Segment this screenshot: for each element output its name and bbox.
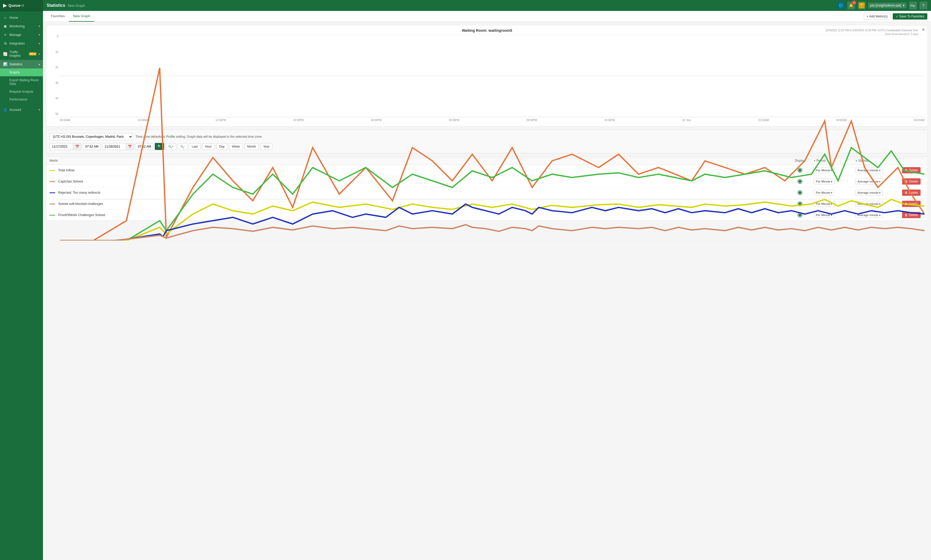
sidebar-item-manage[interactable]: ≡ Manage ▾ bbox=[0, 31, 43, 39]
sidebar-item-label: Statistics bbox=[9, 63, 22, 66]
sidebar-item-label: Manage bbox=[9, 33, 21, 37]
x-label: 06:00PM bbox=[449, 119, 459, 122]
new-badge: NEW bbox=[29, 52, 37, 55]
chevron-down-icon: ▾ bbox=[39, 108, 40, 111]
sidebar-subitem-export[interactable]: Export Waiting Room Data bbox=[0, 76, 43, 88]
chevron-down-icon: ▾ bbox=[39, 33, 40, 36]
home-icon: ⌂ bbox=[3, 15, 7, 20]
username-label: pat (insightsdemo-pat) bbox=[870, 4, 901, 7]
chart-svg bbox=[60, 35, 925, 240]
y-label-5k: 5k bbox=[55, 112, 59, 115]
add-metric-button[interactable]: + Add Metric(s) bbox=[864, 13, 891, 20]
sidebar: ▶ Queue-it ⌂ Home ▣ Monitoring ▾ ≡ Manag… bbox=[0, 0, 43, 560]
color-indicator bbox=[49, 181, 55, 182]
app-logo[interactable]: ▶ Queue-it bbox=[0, 0, 43, 11]
content: Favorites New Graph + Add Metric(s) ✓ Sa… bbox=[43, 11, 931, 560]
sidebar-item-label: Home bbox=[9, 16, 18, 20]
help-button[interactable]: ? bbox=[920, 2, 927, 9]
chart-container: 5k 4k 3k 2k 1k 0 bbox=[49, 35, 925, 123]
sidebar-item-label: Account bbox=[9, 108, 21, 112]
sidebar-item-statistics[interactable]: 📊 Statistics ▴ bbox=[0, 60, 43, 68]
x-label: 02:00AM bbox=[758, 119, 769, 122]
logo-text: Queue-it bbox=[9, 3, 25, 8]
sub-item-label: Graphs bbox=[9, 71, 20, 74]
sidebar-item-label: Traffic Insights bbox=[9, 50, 27, 57]
color-indicator bbox=[49, 170, 55, 171]
sidebar-item-account[interactable]: 👤 Account ▾ bbox=[0, 105, 43, 114]
x-label: 08:00AM bbox=[60, 119, 70, 122]
sidebar-subitem-analysis[interactable]: Request Analysis bbox=[0, 88, 43, 95]
page-title: Statistics bbox=[46, 3, 65, 8]
globe-icon: 🌐 bbox=[838, 3, 843, 8]
manage-icon: ≡ bbox=[3, 33, 7, 37]
user-avatar: 👷 bbox=[859, 3, 865, 8]
integration-icon: ⧉ bbox=[3, 42, 7, 46]
user-menu[interactable]: pat (insightsdemo-pat) ▾ bbox=[868, 3, 906, 8]
sidebar-item-integration[interactable]: ⧉ Integration ▾ bbox=[0, 39, 43, 48]
sidebar-item-traffic[interactable]: 📈 Traffic Insights NEW ▾ bbox=[0, 48, 43, 60]
tab-new-graph[interactable]: New Graph bbox=[69, 11, 94, 22]
sidebar-item-label: Integration bbox=[9, 42, 25, 45]
y-label-4k: 4k bbox=[55, 97, 59, 100]
color-indicator bbox=[49, 192, 55, 193]
chart-title: Waiting Room: waitingroom5 bbox=[462, 28, 512, 32]
y-label-3k: 3k bbox=[55, 81, 59, 85]
tab-favorites[interactable]: Favorites bbox=[46, 11, 69, 22]
sidebar-item-label: Monitoring bbox=[9, 25, 25, 28]
color-indicator bbox=[49, 215, 55, 215]
x-label: 02:00PM bbox=[293, 119, 304, 122]
traffic-icon: 📈 bbox=[3, 52, 7, 56]
sidebar-subitem-graphs[interactable]: Graphs bbox=[0, 68, 43, 76]
x-label: 06:00AM bbox=[914, 119, 925, 122]
y-label-0: 0 bbox=[57, 35, 59, 38]
notification-count: 11 bbox=[852, 0, 856, 5]
chart-section: Waiting Room: waitingroom5 10/3/2022 12:… bbox=[46, 25, 928, 126]
x-label: 12:00PM bbox=[216, 119, 226, 122]
y-axis: 5k 4k 3k 2k 1k 0 bbox=[49, 35, 60, 115]
account-icon: 👤 bbox=[3, 108, 7, 112]
x-label: 10:00PM bbox=[605, 119, 615, 122]
sub-item-label: Request Analysis bbox=[9, 90, 33, 94]
help-icon: ? bbox=[922, 3, 925, 8]
monitoring-icon: ▣ bbox=[3, 24, 7, 28]
chevron-down-icon: ▾ bbox=[39, 25, 40, 28]
color-indicator bbox=[49, 204, 55, 205]
chevron-up-icon: ▴ bbox=[39, 63, 40, 66]
x-label: 18. Nov bbox=[682, 119, 691, 122]
x-label: 10:00AM bbox=[138, 119, 148, 122]
chevron-down-icon: ▾ bbox=[39, 42, 40, 45]
x-axis: 08:00AM 10:00AM 12:00PM 02:00PM 04:00PM … bbox=[60, 117, 925, 123]
chart-menu-button[interactable]: ≡ bbox=[922, 27, 925, 32]
statistics-icon: 📊 bbox=[3, 62, 7, 66]
sub-item-label: Performance bbox=[9, 98, 27, 101]
y-label-1k: 1k bbox=[55, 50, 59, 53]
topbar: Statistics New Graph 🌐 🔔 11 👷 pat (insig… bbox=[43, 0, 931, 11]
main: Statistics New Graph 🌐 🔔 11 👷 pat (insig… bbox=[43, 0, 931, 560]
sub-item-label: Export Waiting Room Data bbox=[9, 78, 39, 86]
page-subtitle: New Graph bbox=[68, 4, 85, 8]
impersonation-button[interactable]: Imp. bbox=[909, 2, 917, 9]
y-label-2k: 2k bbox=[55, 66, 59, 69]
x-label: 04:00AM bbox=[836, 119, 846, 122]
x-label: 08:00PM bbox=[526, 119, 537, 122]
chevron-down-icon: ▾ bbox=[903, 4, 905, 7]
chart-header: Waiting Room: waitingroom5 10/3/2022 12:… bbox=[49, 28, 925, 32]
tabs-bar: Favorites New Graph + Add Metric(s) ✓ Sa… bbox=[43, 11, 931, 22]
chevron-down-icon: ▾ bbox=[39, 52, 40, 55]
imp-label: Imp. bbox=[910, 4, 916, 7]
user-button[interactable]: 👷 bbox=[858, 2, 866, 9]
language-button[interactable]: 🌐 bbox=[837, 2, 845, 9]
sidebar-subitem-performance[interactable]: Performance bbox=[0, 95, 43, 103]
logo-icon: ▶ bbox=[3, 3, 7, 8]
save-to-favorites-button[interactable]: ✓ Save To Favorites bbox=[893, 13, 927, 20]
notifications-button[interactable]: 🔔 11 bbox=[848, 2, 855, 9]
sidebar-item-home[interactable]: ⌂ Home bbox=[0, 13, 43, 22]
sidebar-nav: ⌂ Home ▣ Monitoring ▾ ≡ Manage ▾ ⧉ Integ… bbox=[0, 11, 43, 560]
x-label: 04:00PM bbox=[371, 119, 381, 122]
sidebar-item-monitoring[interactable]: ▣ Monitoring ▾ bbox=[0, 22, 43, 31]
